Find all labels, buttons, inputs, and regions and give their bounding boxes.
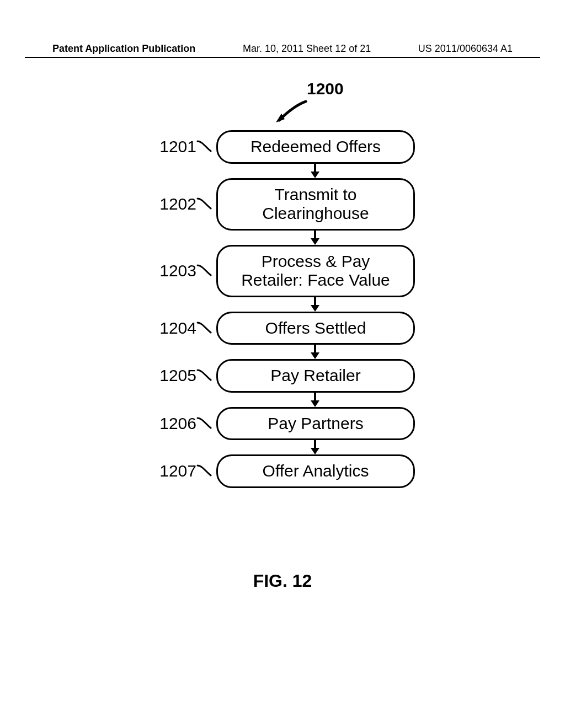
leader-line-icon <box>196 263 212 279</box>
step-box: Offer Analytics <box>216 454 415 488</box>
step-number: 1202 <box>150 195 196 213</box>
step-box: Pay Partners <box>216 407 415 441</box>
svg-marker-12 <box>311 448 319 454</box>
flow-step: 1202 Transmit toClearinghouse <box>150 178 415 231</box>
flow-step: 1206 Pay Partners <box>150 407 415 441</box>
leader-line-icon <box>196 416 212 431</box>
step-text: Offer Analytics <box>231 462 400 481</box>
flow-step: 1205 Pay Retailer <box>150 359 415 393</box>
step-number: 1203 <box>150 261 196 280</box>
step-number: 1204 <box>150 319 196 338</box>
flow-step: 1203 Process & PayRetailer: Face Value <box>150 245 415 297</box>
arrow-down-icon <box>215 439 415 456</box>
leader-line-icon <box>196 368 212 383</box>
step-text: Redeemed Offers <box>231 137 400 157</box>
header-mid: Mar. 10, 2011 Sheet 12 of 21 <box>243 43 371 55</box>
step-text: Offers Settled <box>231 319 400 338</box>
step-box: Pay Retailer <box>216 359 415 393</box>
flowchart: 1201 Redeemed Offers 1202 Transmit toCle… <box>150 130 415 488</box>
step-number: 1201 <box>150 137 196 156</box>
step-box: Redeemed Offers <box>216 130 415 164</box>
flow-step: 1204 Offers Settled <box>150 312 415 345</box>
step-text: Process & PayRetailer: Face Value <box>231 252 400 290</box>
leader-line-icon <box>196 196 212 212</box>
figure-caption: FIG. 12 <box>0 571 565 591</box>
leader-line-icon <box>196 463 212 479</box>
svg-marker-2 <box>311 172 319 178</box>
figure-reference-number: 1200 <box>307 79 344 98</box>
step-box: Process & PayRetailer: Face Value <box>216 245 415 297</box>
svg-marker-8 <box>311 352 319 359</box>
step-text: Transmit toClearinghouse <box>231 185 400 223</box>
header-right: US 2011/0060634 A1 <box>418 43 513 55</box>
flow-step: 1207 Offer Analytics <box>150 454 415 488</box>
arrow-down-icon <box>215 296 415 313</box>
arrow-down-icon <box>215 229 415 246</box>
step-box: Offers Settled <box>216 312 415 345</box>
page: Patent Application Publication Mar. 10, … <box>0 0 565 728</box>
arrow-down-icon <box>215 392 415 408</box>
step-number: 1207 <box>150 462 196 480</box>
leader-line-icon <box>196 139 212 154</box>
svg-marker-10 <box>311 400 319 407</box>
step-number: 1206 <box>150 414 196 433</box>
arrow-down-icon <box>215 163 415 179</box>
svg-marker-6 <box>311 305 319 312</box>
step-text: Pay Retailer <box>231 366 400 386</box>
header-text-row: Patent Application Publication Mar. 10, … <box>0 43 565 57</box>
leader-line-icon <box>196 320 212 336</box>
header-rule <box>25 57 540 58</box>
step-box: Transmit toClearinghouse <box>216 178 415 231</box>
flow-step: 1201 Redeemed Offers <box>150 130 415 164</box>
page-header: Patent Application Publication Mar. 10, … <box>0 43 565 58</box>
figure-reference-arrow-icon <box>275 99 306 121</box>
header-left: Patent Application Publication <box>52 43 195 55</box>
step-number: 1205 <box>150 366 196 385</box>
step-text: Pay Partners <box>231 414 400 433</box>
arrow-down-icon <box>215 344 415 360</box>
svg-marker-4 <box>311 238 319 245</box>
